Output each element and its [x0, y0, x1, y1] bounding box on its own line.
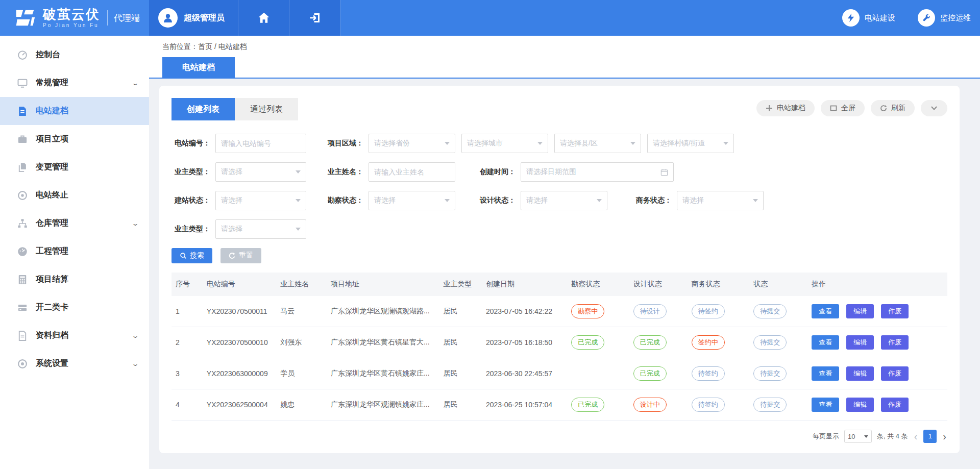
chevron-down-icon — [930, 106, 938, 111]
search-button[interactable]: 搜索 — [172, 248, 212, 263]
edit-button[interactable]: 编辑 — [846, 398, 874, 412]
sidebar-item-warehouse-mgmt[interactable]: 仓库管理 ⌄ — [0, 209, 149, 237]
logout-button[interactable] — [289, 0, 340, 36]
table-header-row: 序号 电站编号 业主姓名 项目地址 业主类型 创建日期 勘察状态 设计状态 商务… — [172, 273, 947, 296]
sidebar-item-system-settings[interactable]: 系统设置 ⌄ — [0, 350, 149, 378]
cell-project-address: 广东深圳龙华区观澜镇姚家庄... — [327, 389, 439, 421]
next-page-button[interactable]: › — [942, 431, 947, 441]
cell-create-date: 2023-06-30 22:45:57 — [482, 358, 567, 389]
void-button[interactable]: 作废 — [881, 304, 909, 318]
build-status-select[interactable]: 请选择 — [215, 191, 306, 210]
void-button[interactable]: 作废 — [881, 335, 909, 350]
town-select[interactable]: 请选择村镇/街道 — [647, 134, 734, 153]
sidebar-item-station-archive[interactable]: 电站建档 — [0, 97, 149, 125]
design-status-select[interactable]: 请选择 — [521, 191, 607, 210]
cell-owner-type: 居民 — [439, 389, 482, 421]
city-select[interactable]: 请选择城市 — [461, 134, 548, 153]
view-button[interactable]: 查看 — [812, 335, 839, 350]
chevron-down-icon: ⌄ — [131, 220, 139, 227]
cell-station-code: YX2023062500004 — [203, 389, 276, 421]
prev-page-button[interactable]: ‹ — [913, 431, 919, 441]
current-page-button[interactable]: 1 — [923, 430, 937, 443]
sidebar-item-console[interactable]: 控制台 — [0, 41, 149, 69]
create-time-label: 创建时间： — [477, 167, 521, 177]
cell-create-date: 2023-06-25 10:57:04 — [482, 389, 567, 421]
survey-status-badge: 已完成 — [571, 335, 604, 350]
sidebar-item-project-initiation[interactable]: 项目立项 — [0, 125, 149, 153]
business-status-badge: 签约中 — [692, 335, 725, 350]
page-tab-station-archive[interactable]: 电站建档 — [162, 57, 235, 78]
sidebar-item-change-mgmt[interactable]: 变更管理 — [0, 153, 149, 181]
caret-icon — [630, 142, 635, 145]
fullscreen-button[interactable]: 全屏 — [821, 100, 865, 116]
sidebar-item-data-archive[interactable]: 资料归档 ⌄ — [0, 322, 149, 350]
province-select[interactable]: 请选择省份 — [369, 134, 455, 153]
cell-create-date: 2023-07-05 16:42:22 — [482, 296, 567, 327]
cell-station-code: YX2023063000009 — [203, 358, 276, 389]
dashboard-icon — [17, 246, 28, 257]
collapse-toolbar-button[interactable] — [921, 100, 947, 116]
sidebar-item-label: 仓库管理 — [36, 218, 133, 229]
logo-title: 破茧云伏 — [43, 8, 100, 21]
design-status-badge: 待设计 — [633, 304, 667, 318]
create-station-button[interactable]: 电站建档 — [756, 100, 815, 116]
region-label: 项目区域： — [325, 139, 369, 148]
build-status-label: 建站状态： — [172, 196, 215, 205]
sidebar-item-project-settlement[interactable]: 项目结算 — [0, 265, 149, 293]
sidebar-item-station-terminate[interactable]: 电站终止 — [0, 181, 149, 209]
sidebar-item-general-mgmt[interactable]: 常规管理 ⌄ — [0, 69, 149, 97]
tab-create-list[interactable]: 创建列表 — [172, 98, 235, 120]
topbar: 当前位置：首页 / 电站建档 电站建档 — [149, 36, 980, 79]
nav-monitor-ops[interactable]: 监控运维 — [918, 0, 971, 36]
view-button[interactable]: 查看 — [812, 366, 839, 381]
county-select[interactable]: 请选择县/区 — [554, 134, 641, 153]
edit-button[interactable]: 编辑 — [846, 366, 874, 381]
table-row: 3 YX2023063000009 学员 广东深圳龙华区黄石镇姚家庄... 居民… — [172, 358, 947, 389]
owner-name-input[interactable] — [369, 162, 455, 182]
sidebar-item-label: 电站建档 — [36, 106, 138, 116]
sitemap-icon — [17, 218, 28, 229]
void-button[interactable]: 作废 — [881, 366, 909, 381]
view-button[interactable]: 查看 — [812, 304, 839, 318]
sidebar-item-open-card[interactable]: 开二类卡 — [0, 293, 149, 322]
caret-icon — [445, 199, 450, 202]
survey-status-badge: 勘察中 — [571, 304, 604, 318]
edit-button[interactable]: 编辑 — [846, 335, 874, 350]
void-button[interactable]: 作废 — [881, 398, 909, 412]
per-page-select[interactable]: 10 — [844, 430, 872, 443]
survey-status-badge: 已完成 — [571, 398, 604, 412]
gauge-icon — [17, 50, 28, 60]
date-range-input[interactable]: 请选择日期范围 — [521, 162, 674, 182]
owner-type-select[interactable]: 请选择 — [215, 162, 306, 182]
cell-owner-name: 马云 — [276, 296, 327, 327]
caret-icon — [597, 199, 602, 202]
owner-type2-select[interactable]: 请选择 — [215, 219, 306, 239]
logo-icon — [13, 6, 37, 30]
plus-icon — [766, 105, 773, 112]
business-status-select[interactable]: 请选择 — [677, 191, 764, 210]
business-status-placeholder: 请选择 — [682, 196, 704, 205]
tab-passed-list[interactable]: 通过列表 — [235, 98, 298, 120]
edit-button[interactable]: 编辑 — [846, 304, 874, 318]
owner-type2-label: 业主类型： — [172, 225, 215, 234]
refresh-button[interactable]: 刷新 — [871, 100, 915, 116]
survey-status-label: 勘察状态： — [325, 196, 369, 205]
user-menu[interactable]: 超级管理员 — [149, 0, 238, 36]
survey-status-select[interactable]: 请选择 — [369, 191, 455, 210]
home-button[interactable] — [238, 0, 289, 36]
col-status: 状态 — [749, 273, 807, 296]
sidebar-item-engineering-mgmt[interactable]: 工程管理 — [0, 237, 149, 265]
station-code-input[interactable] — [215, 134, 306, 153]
town-placeholder: 请选择村镇/街道 — [653, 139, 705, 148]
copy-pages-icon — [17, 162, 28, 172]
nav-station-build[interactable]: 电站建设 — [842, 0, 895, 36]
business-status-label: 商务状态： — [633, 196, 677, 205]
view-button[interactable]: 查看 — [812, 398, 839, 412]
reset-button[interactable]: 重置 — [220, 248, 261, 263]
create-station-label: 电站建档 — [777, 104, 805, 113]
cell-project-address: 广东深圳龙华区黄石镇姚家庄... — [327, 358, 439, 389]
status-badge: 待提交 — [753, 335, 787, 350]
owner-type-label: 业主类型： — [172, 167, 215, 177]
caret-icon — [296, 228, 301, 231]
target-icon — [17, 190, 28, 201]
